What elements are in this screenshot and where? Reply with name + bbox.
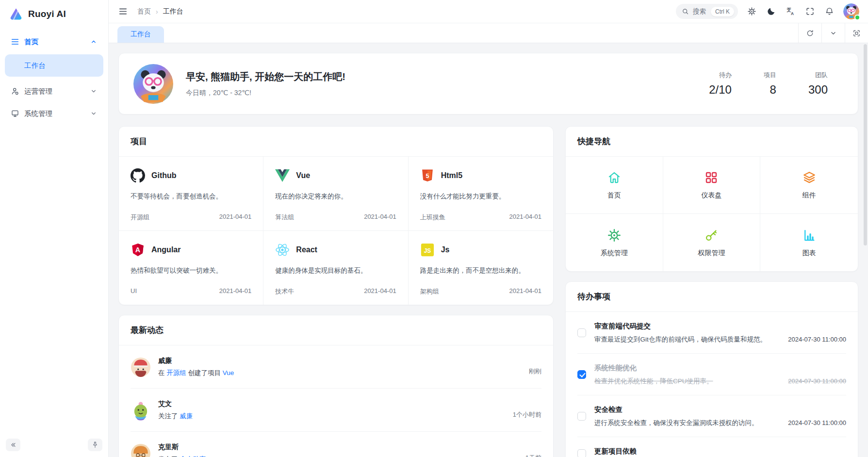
activity-list: 威廉在 开源组 创建了项目 Vue刚刚艾文关注了 威廉1个小时前克里斯发布了 个… bbox=[119, 345, 553, 457]
monitor-icon bbox=[11, 109, 19, 118]
todo-card: 待办事项 审查前端代码提交审查最近提交到Git仓库的前端代码，确保代码质量和规范… bbox=[565, 281, 858, 457]
breadcrumb-item-工作台[interactable]: 工作台 bbox=[163, 7, 183, 16]
collapse-sidebar-button[interactable] bbox=[6, 439, 20, 451]
quicknav-item-组件[interactable]: 组件 bbox=[760, 157, 858, 214]
todo-title: 审查前端代码提交 bbox=[594, 322, 846, 331]
todo-body: 审查前端代码提交审查最近提交到Git仓库的前端代码，确保代码质量和规范。2024… bbox=[594, 322, 846, 344]
breadcrumb-item-首页[interactable]: 首页 bbox=[137, 7, 151, 16]
svg-text:5: 5 bbox=[426, 173, 429, 180]
app-logo-icon bbox=[9, 7, 23, 21]
project-card-Github[interactable]: Github不要等待机会，而要创造机会。开源组2021-04-01 bbox=[119, 157, 263, 231]
chevron-down-icon bbox=[90, 110, 98, 117]
quicknav-item-系统管理[interactable]: 系统管理 bbox=[566, 214, 663, 271]
todo-row-审查前端代码提交: 审查前端代码提交审查最近提交到Git仓库的前端代码，确保代码质量和规范。2024… bbox=[566, 312, 858, 354]
scrollbar-thumb[interactable] bbox=[864, 44, 867, 245]
activity-user-name: 威廉 bbox=[158, 357, 234, 365]
projects-grid: Github不要等待机会，而要创造机会。开源组2021-04-01Vue现在的你… bbox=[119, 157, 553, 305]
project-footer: UI2021-04-01 bbox=[131, 287, 251, 294]
github-icon bbox=[131, 168, 145, 183]
search-input[interactable]: 搜索 Ctrl K bbox=[676, 4, 738, 19]
quicknav-label: 仪表盘 bbox=[701, 191, 721, 200]
project-card-Vue[interactable]: Vue现在的你决定将来的你。算法组2021-04-01 bbox=[263, 157, 408, 231]
project-footer: 架构组2021-04-01 bbox=[420, 287, 541, 296]
todo-description: 进行系统安全检查，确保没有安全漏洞或未授权的访问。 bbox=[594, 419, 758, 427]
activity-row-艾文: 艾文关注了 威廉1个小时前 bbox=[119, 389, 553, 432]
todo-checkbox-checked[interactable] bbox=[577, 370, 586, 379]
project-card-Angular[interactable]: AAngular热情和欲望可以突破一切难关。UI2021-04-01 bbox=[119, 231, 263, 305]
sidebar-subitem-label: 工作台 bbox=[24, 61, 46, 70]
project-name: React bbox=[296, 245, 317, 254]
tab-workbench[interactable]: 工作台 bbox=[117, 26, 164, 43]
sidebar-item-label: 首页 bbox=[24, 37, 38, 47]
activity-text: 关注了 威廉 bbox=[158, 412, 193, 421]
activity-link-威廉[interactable]: 威廉 bbox=[180, 412, 193, 420]
menu-toggle-icon[interactable] bbox=[117, 6, 129, 17]
pin-sidebar-button[interactable] bbox=[88, 439, 102, 451]
project-name: Vue bbox=[296, 171, 310, 180]
project-footer: 技术牛2021-04-01 bbox=[275, 287, 396, 296]
stat-label: 团队 bbox=[808, 71, 828, 80]
sidebar-item-系统管理[interactable]: 系统管理 bbox=[5, 103, 103, 124]
quicknav-label: 组件 bbox=[802, 191, 816, 200]
js-icon: JS bbox=[420, 243, 435, 257]
sidebar-item-运营管理[interactable]: 运营管理 bbox=[5, 81, 103, 102]
project-head: 5Html5 bbox=[420, 168, 541, 183]
language-translate-icon[interactable]: 文A bbox=[785, 6, 796, 17]
stat-value: 2/10 bbox=[709, 83, 732, 97]
topbar: 首页›工作台 搜索 Ctrl K 文A bbox=[109, 0, 868, 23]
todo-description: 检查并优化系统性能，降低CPU使用率。 bbox=[594, 377, 713, 386]
gear-icon bbox=[607, 228, 622, 243]
settings-icon[interactable] bbox=[746, 6, 757, 17]
todo-checkbox[interactable] bbox=[577, 412, 586, 421]
refresh-icon[interactable] bbox=[798, 23, 821, 43]
sidebar-item-首页[interactable]: 首页 bbox=[5, 31, 103, 52]
project-card-Html5[interactable]: 5Html5没有什么才能比努力更重要。上班摸鱼2021-04-01 bbox=[409, 157, 553, 231]
project-description: 健康的身体是实现目标的基石。 bbox=[275, 266, 396, 275]
dark-mode-moon-icon[interactable] bbox=[766, 6, 777, 17]
project-name: Js bbox=[441, 245, 450, 254]
topbar-actions: 搜索 Ctrl K 文A bbox=[676, 3, 859, 19]
project-head: Vue bbox=[275, 168, 396, 183]
todo-list: 审查前端代码提交审查最近提交到Git仓库的前端代码，确保代码质量和规范。2024… bbox=[566, 312, 858, 457]
todo-checkbox[interactable] bbox=[577, 328, 586, 337]
chevron-down-icon[interactable] bbox=[821, 23, 845, 43]
project-group: 算法组 bbox=[275, 213, 294, 222]
chevron-down-icon bbox=[90, 87, 98, 95]
todo-checkbox[interactable] bbox=[577, 449, 586, 457]
greeting-title: 早安, 熊猫助手, 开始您一天的工作吧! bbox=[186, 70, 345, 83]
projects-card: 项目 Github不要等待机会，而要创造机会。开源组2021-04-01Vue现… bbox=[118, 126, 554, 305]
project-footer: 算法组2021-04-01 bbox=[275, 213, 396, 222]
quicknav-item-仪表盘[interactable]: 仪表盘 bbox=[663, 157, 761, 214]
project-group: 上班摸鱼 bbox=[420, 213, 445, 222]
notification-bell-icon[interactable] bbox=[824, 6, 835, 17]
project-card-React[interactable]: React健康的身体是实现目标的基石。技术牛2021-04-01 bbox=[263, 231, 408, 305]
tab-bar: 工作台 bbox=[109, 23, 868, 43]
fullscreen-icon[interactable] bbox=[804, 6, 816, 17]
quicknav-item-首页[interactable]: 首页 bbox=[566, 157, 663, 214]
maximize-content-icon[interactable] bbox=[845, 23, 868, 43]
stat-待办: 待办2/10 bbox=[709, 71, 732, 97]
quicknav-item-权限管理[interactable]: 权限管理 bbox=[663, 214, 761, 271]
html5-icon: 5 bbox=[420, 168, 435, 183]
activity-link-Vue[interactable]: Vue bbox=[223, 369, 234, 376]
key-icon bbox=[704, 228, 719, 243]
project-name: Github bbox=[151, 171, 177, 180]
project-card-Js[interactable]: JSJs路是走出来的，而不是空想出来的。架构组2021-04-01 bbox=[409, 231, 553, 305]
activity-user-name: 克里斯 bbox=[158, 443, 206, 452]
activity-card: 最新动态 威廉在 开源组 创建了项目 Vue刚刚艾文关注了 威廉1个小时前克里斯… bbox=[118, 315, 554, 457]
project-name: Angular bbox=[151, 245, 180, 254]
user-avatar[interactable] bbox=[843, 3, 859, 19]
app-logo[interactable]: Ruoyi AI bbox=[5, 0, 103, 28]
sidebar-subitem-工作台[interactable]: 工作台 bbox=[5, 54, 103, 77]
todo-subline: 审查最近提交到Git仓库的前端代码，确保代码质量和规范。2024-07-30 1… bbox=[594, 335, 846, 344]
search-placeholder: 搜索 bbox=[693, 7, 706, 16]
quicknav-card-title: 快捷导航 bbox=[566, 127, 858, 157]
app-window: Ruoyi AI 首页工作台运营管理系统管理 首页›工作台 搜索 Ctrl K … bbox=[0, 0, 868, 457]
todo-title: 系统性能优化 bbox=[594, 363, 846, 373]
activity-row-克里斯: 克里斯发布了 个人动态1天前 bbox=[119, 432, 553, 457]
activity-link-开源组[interactable]: 开源组 bbox=[166, 369, 186, 376]
home-icon bbox=[607, 170, 622, 185]
stat-团队: 团队300 bbox=[808, 71, 828, 97]
quicknav-item-图表[interactable]: 图表 bbox=[760, 214, 858, 271]
search-icon bbox=[682, 8, 689, 15]
